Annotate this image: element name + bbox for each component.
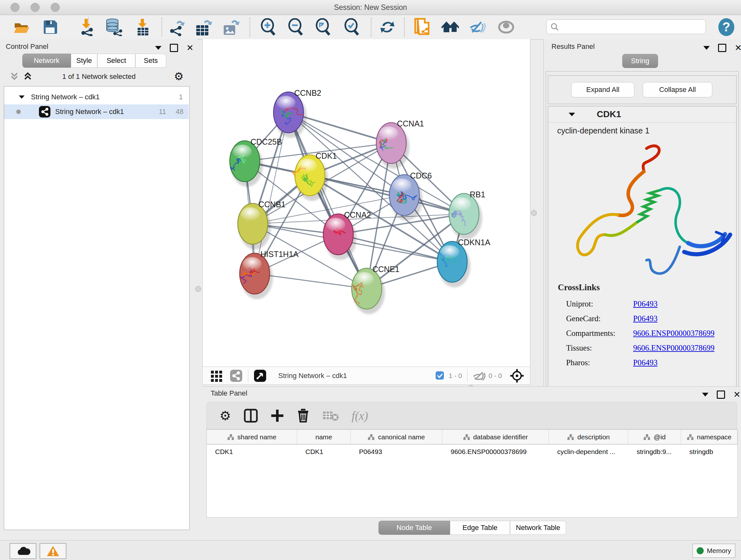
cloud-button[interactable]	[10, 543, 37, 559]
refresh-icon[interactable]	[379, 18, 396, 36]
delete-column-icon[interactable]	[297, 408, 310, 423]
control-panel-float-icon[interactable]	[170, 44, 178, 52]
column-header-description[interactable]: description	[549, 430, 628, 444]
function-builder-icon[interactable]: f(x)	[352, 409, 368, 423]
zoom-in-icon[interactable]	[259, 18, 277, 36]
cell-namespace[interactable]: stringdb	[681, 444, 738, 459]
network-collection-row[interactable]: String Network – cdk1 1	[4, 90, 189, 105]
control-panel-menu-icon[interactable]	[155, 46, 161, 50]
import-table-file-icon[interactable]	[134, 18, 152, 36]
protein-expander-icon[interactable]	[568, 111, 576, 117]
network-view-mode-icon[interactable]	[229, 369, 243, 382]
zoom-fit-icon[interactable]	[314, 18, 332, 36]
expand-all-chevron-icon[interactable]	[23, 71, 32, 83]
memory-status-icon	[697, 547, 704, 554]
collapse-all-chevron-icon[interactable]	[10, 71, 19, 83]
protein-name: CDK1	[597, 109, 621, 119]
save-session-icon[interactable]	[42, 18, 59, 36]
export-table-icon[interactable]	[195, 18, 212, 36]
add-column-icon[interactable]	[271, 409, 284, 422]
right-splitter-handle[interactable]	[531, 210, 537, 216]
warning-button[interactable]	[40, 543, 66, 559]
show-eye-icon[interactable]	[497, 18, 515, 36]
protein-section-header[interactable]: CDK1	[548, 106, 736, 123]
node-CCNB1[interactable]: CCNB1	[238, 200, 286, 249]
results-panel-close-icon[interactable]: ✕	[735, 45, 741, 51]
clone-network-icon[interactable]	[413, 18, 431, 36]
search-field[interactable]	[546, 19, 706, 34]
tab-node-table[interactable]: Node Table	[379, 521, 450, 535]
crosslink-link[interactable]: 9606.ENSP00000378699	[633, 329, 715, 338]
cell-name[interactable]: CDK1	[297, 444, 351, 459]
crosslink-link[interactable]: 9606.ENSP00000378699	[633, 344, 715, 353]
tab-network[interactable]: Network	[22, 54, 71, 68]
cell--id[interactable]: stringdb:9...	[628, 444, 681, 459]
network-options-gear-icon[interactable]: ⚙	[174, 70, 184, 83]
hide-unhide-icon[interactable]	[469, 18, 487, 36]
birdseye-view-icon[interactable]	[253, 369, 267, 382]
table-panel-float-icon[interactable]	[717, 390, 725, 399]
column-header-canonical-name[interactable]: canonical name	[351, 430, 442, 444]
expand-all-button[interactable]: Expand All	[571, 82, 634, 98]
show-columns-icon[interactable]	[244, 409, 258, 423]
table-row[interactable]: CDK1CDK1P064939606.ENSP00000378699cyclin…	[207, 444, 738, 459]
edge-CDK1-RB1[interactable]	[310, 175, 464, 214]
export-network-icon[interactable]	[167, 18, 185, 36]
tab-network-table[interactable]: Network Table	[510, 521, 566, 535]
network-canvas[interactable]: CCNB2CCNA1CDC25BCDK1CDC6RB1CCNB1CCNA2CDK…	[202, 39, 530, 367]
tab-sets[interactable]: Sets	[135, 54, 166, 68]
crosslink-link[interactable]: P06493	[633, 314, 657, 323]
node-CCNA1[interactable]: CCNA1	[376, 119, 424, 169]
collapse-all-button[interactable]: Collapse All	[643, 82, 712, 98]
cell-shared-name[interactable]: CDK1	[207, 444, 297, 459]
hidden-eye-icon[interactable]	[473, 371, 485, 381]
node-CCNA2[interactable]: CCNA2	[323, 210, 371, 260]
left-splitter-handle[interactable]	[195, 286, 201, 292]
edge-CCNB2-CCNE1[interactable]	[288, 112, 367, 289]
import-network-file-icon[interactable]	[78, 18, 96, 36]
import-network-database-icon[interactable]	[105, 18, 123, 36]
column-header-namespace[interactable]: namespace	[681, 430, 738, 444]
zoom-selected-icon[interactable]	[343, 18, 360, 36]
tab-style[interactable]: Style	[71, 54, 97, 68]
node-HIST1H1A[interactable]: HIST1H1A	[240, 250, 299, 299]
node-CCNE1[interactable]: CCNE1	[352, 265, 400, 314]
home-icon[interactable]	[441, 18, 459, 36]
collection-expander-icon[interactable]	[18, 94, 25, 100]
delete-table-icon[interactable]	[322, 410, 339, 422]
table-options-gear-icon[interactable]: ⚙	[219, 408, 231, 423]
memory-button[interactable]: Memory	[692, 544, 735, 558]
help-icon[interactable]: ?	[718, 18, 735, 36]
table-panel-menu-icon[interactable]	[702, 393, 709, 396]
search-input[interactable]	[559, 23, 700, 31]
results-panel-menu-icon[interactable]	[703, 46, 710, 50]
zoom-out-icon[interactable]	[286, 18, 305, 36]
tab-edge-table[interactable]: Edge Table	[450, 521, 510, 535]
fit-selected-crosshair-icon[interactable]	[510, 368, 524, 383]
column-header-name[interactable]: name	[297, 430, 351, 444]
selected-checkbox-icon[interactable]	[435, 371, 445, 381]
column-header-shared-name[interactable]: shared name	[207, 430, 297, 444]
results-tab-string[interactable]: String	[622, 54, 658, 68]
results-panel-float-icon[interactable]	[718, 44, 726, 52]
crosslink-row: Pharos:P06493	[566, 355, 732, 370]
network-row[interactable]: String Network – cdk1 11 48	[4, 105, 189, 119]
table-type-tabs: Node TableEdge TableNetwork Table	[379, 521, 566, 535]
node-CDC6[interactable]: CDC6	[389, 171, 432, 221]
crosslink-link[interactable]: P06493	[633, 300, 657, 308]
cell-description[interactable]: cyclin-dependent ...	[549, 444, 628, 459]
node-label-CCNE1: CCNE1	[373, 265, 400, 273]
open-session-icon[interactable]	[13, 18, 30, 36]
control-panel-close-icon[interactable]: ✕	[186, 45, 194, 51]
table-panel-close-icon[interactable]: ✕	[733, 391, 741, 398]
node-CDKN1A[interactable]: CDKN1A	[437, 238, 490, 287]
export-image-icon[interactable]	[222, 18, 240, 36]
tab-select[interactable]: Select	[97, 54, 135, 68]
node-RB1[interactable]: RB1	[449, 190, 485, 240]
grid-view-icon[interactable]	[210, 369, 224, 382]
column-header--id[interactable]: @id	[628, 430, 681, 444]
cell-canonical-name[interactable]: P06493	[351, 444, 442, 459]
crosslink-link[interactable]: P06493	[633, 358, 657, 367]
column-header-database-identifier[interactable]: database identifier	[442, 430, 549, 444]
cell-database-identifier[interactable]: 9606.ENSP00000378699	[442, 444, 549, 459]
